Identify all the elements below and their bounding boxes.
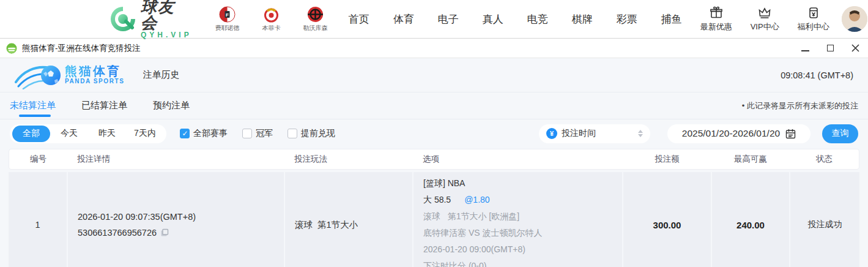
gift-icon (710, 6, 723, 20)
avatar[interactable] (842, 6, 867, 32)
date-range-segment: 全部 今天 昨天 7天内 (10, 124, 166, 143)
check-champion[interactable]: 冠军 (242, 128, 273, 139)
filter-checkboxes: 全部赛事 冠军 提前兑现 (180, 128, 335, 139)
nav-item-slots[interactable]: 电子 (438, 12, 459, 26)
sponsor-leverkusen[interactable]: 勒沃库森 (299, 6, 333, 32)
nav-item-cards[interactable]: 棋牌 (572, 12, 593, 26)
cell-bet-detail: 2026-01-20 09:07:35(GMT+8) 5306613766956… (67, 172, 284, 267)
promo-link[interactable]: 最新优惠 (700, 6, 732, 32)
cell-play-type: 滚球 第1节大小 (284, 172, 412, 267)
benfica-badge-icon (263, 6, 280, 23)
sponsor-label: 勒沃库森 (303, 24, 328, 32)
welfare-jar-icon (807, 6, 820, 20)
welfare-center-link[interactable]: 福利中心 (798, 6, 829, 32)
site-header: 球友会 QYH.VIP F 费耶诺德 (0, 0, 868, 38)
page-title: 注单历史 (143, 69, 180, 81)
champion-checkbox[interactable] (242, 129, 252, 138)
close-button[interactable] (851, 44, 859, 53)
bet-id: 5306613766956726 (78, 225, 157, 241)
quick-links: 最新优惠 VIP中心 福利中心 (700, 6, 829, 32)
date-range-input[interactable]: 2025/01/20-2026/01/20 (667, 124, 811, 143)
browser-window-icon (6, 43, 17, 54)
vip-center-label: VIP中心 (751, 21, 779, 32)
cell-stake: 300.00 (622, 172, 711, 267)
welfare-center-label: 福利中心 (798, 21, 829, 32)
nav-item-home[interactable]: 首页 (349, 12, 369, 26)
range-yesterday[interactable]: 昨天 (88, 126, 126, 142)
sponsor-label: 费耶诺德 (215, 24, 240, 32)
check-all-events[interactable]: 全部赛事 (180, 128, 228, 139)
table-row: 1 2026-01-20 09:07:35(GMT+8) 53066137669… (9, 172, 859, 267)
panda-sports-app: 熊猫体育 PANDA SPORTS 注单历史 09:08:41 (GMT+8) … (0, 58, 868, 267)
svg-text:F: F (226, 12, 229, 17)
status-badge: 投注成功 (808, 219, 842, 230)
col-header-option: 选项 (413, 154, 623, 165)
feyenoord-badge-icon: F (219, 6, 236, 23)
col-header-status: 状态 (790, 154, 859, 165)
tab-unsettled[interactable]: 未结算注单 (10, 100, 56, 111)
option-match-time: 2026-01-20 09:00(GMT+8) (423, 241, 622, 258)
range-7days[interactable]: 7天内 (126, 126, 164, 142)
cell-status: 投注成功 (789, 172, 859, 267)
check-cashout[interactable]: 提前兑现 (287, 128, 335, 139)
sort-arrows-icon (638, 130, 643, 137)
panda-sports-logo: 熊猫体育 PANDA SPORTS (15, 61, 125, 89)
sponsor-label: 本菲卡 (262, 24, 281, 32)
yen-circle-icon: ¥ (546, 128, 557, 139)
nav-item-live[interactable]: 真人 (483, 12, 503, 26)
col-header-no: 编号 (9, 154, 67, 165)
panda-ball-icon (15, 61, 62, 89)
site-logo[interactable]: 球友会 QYH.VIP (109, 0, 192, 39)
nav-item-lottery[interactable]: 彩票 (617, 12, 637, 26)
site-logo-title: 球友会 (141, 0, 192, 31)
site-logo-domain: QYH.VIP (141, 31, 192, 39)
main-nav: 首页 体育 电子 真人 电竞 棋牌 彩票 捕鱼 (349, 12, 682, 26)
tab-settled[interactable]: 已结算注单 (81, 100, 127, 111)
filter-row: 全部 今天 昨天 7天内 全部赛事 冠军 提前兑现 ¥ 投注时间 (0, 119, 868, 148)
brand-name-cn: 熊猫体育 (65, 65, 125, 78)
cell-option: [篮球] NBA 大 58.5@1.80 滚球 第1节大小 [欧洲盘] 底特律活… (412, 172, 622, 267)
option-score: 下注时比分 (0-0) (423, 258, 622, 267)
calendar-icon (785, 129, 796, 139)
cell-no: 1 (9, 172, 67, 267)
window-titlebar: 熊猫体育-亚洲在线体育竞猜投注 (0, 38, 868, 58)
col-header-maxwin: 最高可赢 (711, 154, 790, 165)
nav-item-sports[interactable]: 体育 (393, 12, 414, 26)
col-header-detail: 投注详情 (67, 154, 284, 165)
vip-center-link[interactable]: VIP中心 (751, 6, 779, 32)
sponsor-benfica[interactable]: 本菲卡 (254, 6, 289, 32)
nav-item-esports[interactable]: 电竞 (527, 12, 548, 26)
option-match: 底特律活塞 VS 波士顿凯尔特人 (423, 225, 622, 241)
tab-reserved[interactable]: 预约注单 (153, 100, 190, 111)
range-today[interactable]: 今天 (50, 126, 88, 142)
search-button[interactable]: 查询 (822, 124, 858, 143)
panda-header: 熊猫体育 PANDA SPORTS 注单历史 09:08:41 (GMT+8) (0, 58, 868, 92)
table-header-row: 编号 投注详情 投注玩法 选项 投注额 最高可赢 状态 (9, 149, 859, 170)
cashout-checkbox[interactable] (287, 129, 297, 138)
maximize-button[interactable] (826, 44, 834, 53)
col-header-stake: 投注额 (623, 154, 711, 165)
crown-icon (758, 6, 771, 20)
close-icon (851, 44, 859, 52)
all-events-checkbox[interactable] (180, 129, 190, 138)
tabs-note: • 此记录将显示所有未派彩的投注 (742, 100, 858, 111)
sort-dropdown[interactable]: ¥ 投注时间 (539, 124, 650, 143)
sponsor-feyenoord[interactable]: F 费耶诺德 (210, 6, 245, 32)
promo-label: 最新优惠 (700, 21, 732, 32)
leverkusen-badge-icon (307, 6, 324, 23)
copy-icon[interactable] (160, 228, 169, 237)
option-odds: @1.80 (464, 195, 489, 205)
option-league: [篮球] NBA (423, 175, 622, 192)
nav-item-fishing[interactable]: 捕鱼 (661, 12, 682, 26)
brand-name-en: PANDA SPORTS (65, 78, 125, 85)
col-header-play: 投注玩法 (284, 154, 413, 165)
range-all[interactable]: 全部 (12, 126, 50, 142)
bet-tabs: 未结算注单 已结算注单 预约注单 • 此记录将显示所有未派彩的投注 (0, 92, 868, 119)
cell-max-win: 240.00 (711, 172, 789, 267)
bets-table: 编号 投注详情 投注玩法 选项 投注额 最高可赢 状态 1 2026-01-20… (9, 149, 859, 267)
qyh-logo-icon (109, 5, 137, 33)
sponsor-badges: F 费耶诺德 本菲卡 勒沃库森 (210, 6, 333, 32)
minimize-button[interactable] (801, 44, 809, 53)
window-controls (801, 44, 862, 53)
option-market: 滚球 第1节大小 [欧洲盘] (423, 208, 622, 225)
